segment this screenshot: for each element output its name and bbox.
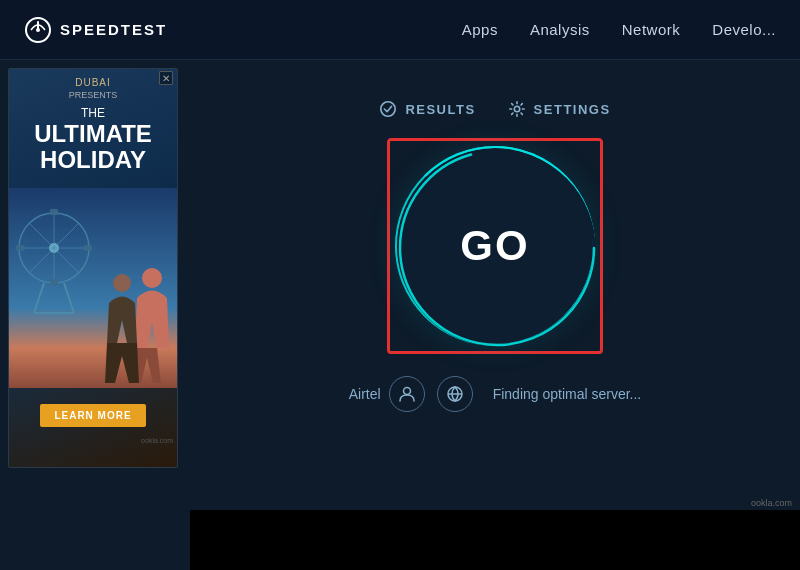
nav-network[interactable]: Network	[622, 21, 681, 38]
header: SPEEDTEST Apps Analysis Network Develo..…	[0, 0, 800, 60]
ad-sidebar: ✕ Dubai Presents THE ULTIMATE HOLIDAY	[0, 60, 190, 570]
content-area: RESULTS SETTINGS GO	[190, 60, 800, 570]
bottom-overlay	[190, 510, 800, 570]
svg-rect-9	[50, 279, 58, 285]
svg-line-12	[34, 283, 44, 313]
isp-name: Airtel	[349, 386, 381, 402]
svg-point-1	[36, 28, 40, 32]
svg-line-13	[64, 283, 74, 313]
go-button[interactable]: GO	[395, 146, 595, 346]
svg-point-17	[113, 274, 131, 292]
bottom-bar: Airtel Finding optimal server...	[190, 376, 800, 412]
svg-point-22	[403, 388, 410, 395]
svg-point-16	[142, 268, 162, 288]
speedtest-logo-icon	[24, 16, 52, 44]
isp-section: Airtel	[349, 376, 425, 412]
ad-holiday-text: HOLIDAY	[19, 148, 167, 172]
ad-learn-more-button[interactable]: LEARN MORE	[40, 404, 145, 427]
svg-point-19	[514, 106, 519, 111]
go-circle-arc	[397, 148, 597, 348]
settings-label: SETTINGS	[534, 102, 611, 117]
logo-text: SPEEDTEST	[60, 21, 167, 38]
globe-icon-circle	[437, 376, 473, 412]
main-container: ✕ Dubai Presents THE ULTIMATE HOLIDAY	[0, 60, 800, 570]
ad-ultimate-text: ULTIMATE	[19, 122, 167, 146]
people-silhouette-icon	[97, 248, 177, 388]
ad-presents-text: Presents	[19, 90, 167, 100]
checkmark-circle-icon	[379, 100, 397, 118]
person-icon	[398, 385, 416, 403]
ad-box: ✕ Dubai Presents THE ULTIMATE HOLIDAY	[8, 68, 178, 468]
nav-analysis[interactable]: Analysis	[530, 21, 590, 38]
main-nav: Apps Analysis Network Develo...	[462, 21, 776, 38]
action-bar: RESULTS SETTINGS	[379, 100, 610, 118]
svg-point-18	[381, 102, 395, 116]
gear-icon	[508, 100, 526, 118]
server-status: Finding optimal server...	[493, 386, 642, 402]
nav-apps[interactable]: Apps	[462, 21, 498, 38]
results-label: RESULTS	[405, 102, 475, 117]
ad-content: Dubai Presents THE ULTIMATE HOLIDAY	[9, 69, 177, 188]
svg-rect-11	[84, 245, 92, 251]
settings-button[interactable]: SETTINGS	[508, 100, 611, 118]
logo-area: SPEEDTEST	[24, 16, 167, 44]
user-icon-circle	[389, 376, 425, 412]
svg-rect-8	[50, 209, 58, 215]
ookla-watermark: ookla.com	[751, 498, 792, 508]
svg-rect-10	[16, 245, 24, 251]
globe-icon	[446, 385, 464, 403]
go-button-container: GO	[395, 146, 595, 346]
ad-watermark: ookla.com	[9, 435, 177, 446]
ad-image	[9, 188, 177, 388]
ad-dubai-text: Dubai	[19, 77, 167, 88]
results-button[interactable]: RESULTS	[379, 100, 475, 118]
ad-the-text: THE	[19, 106, 167, 120]
nav-develop[interactable]: Develo...	[712, 21, 776, 38]
ferris-wheel-icon	[14, 198, 94, 318]
ad-close-button[interactable]: ✕	[159, 71, 173, 85]
server-section: Finding optimal server...	[493, 386, 642, 402]
